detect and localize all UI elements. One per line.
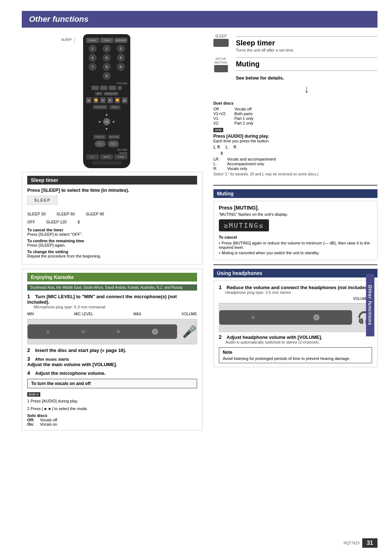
hp-device-illustration: 🎧	[219, 303, 372, 332]
sleep-30: SLEEP 30	[27, 212, 46, 216]
remote-sm-btn-1	[91, 86, 99, 90]
channel-l-row: L: Accompaniment only	[213, 162, 377, 166]
duet-section: Duet discs Off: Vocals off V1+V2: Both p…	[213, 101, 377, 179]
karaoke-substep2: 2 Press [◄ ►] to select the mode.	[27, 406, 197, 411]
remote-arrow-cross: ▲ ◄ OK ► ▼	[96, 111, 118, 133]
duet-v1v2-key: V1+V2:	[213, 112, 232, 116]
remote-menu-btn: MENU	[110, 105, 121, 109]
remote-rew-btn: ⏪	[93, 97, 99, 103]
remote-btn-0: 0	[103, 72, 111, 80]
right-labels: Sleep timer Turns the unit off after a s…	[236, 34, 377, 97]
duet-table: Off: Vocals off V1+V2: Both parts V1: Pa…	[213, 107, 377, 125]
right-column: SLEEP SETUP MUTING Sleep timer Turns the…	[213, 34, 377, 435]
remote-btn-1: 1	[89, 45, 97, 53]
after-music-label: After music starts	[35, 357, 69, 361]
sleep-button-icon	[213, 39, 229, 47]
device-port-3	[117, 330, 120, 333]
change-timer-text: Repeat the procedure from the beginning.	[27, 254, 197, 258]
mic-level-label: MIC LEVEL	[74, 312, 93, 316]
channel-l-val: Accompaniment only	[227, 162, 264, 166]
karaoke-region-bar: Southeast Asia, the Middle East, South A…	[27, 284, 197, 291]
device-port-2	[82, 330, 85, 333]
headphones-block: 1 Reduce the volume and connect the head…	[213, 280, 377, 367]
headphones-section-header: Using headphones	[213, 269, 377, 278]
karaoke-section: Enjoying Karaoke Southeast Asia, the Mid…	[22, 269, 203, 430]
step2-number: 2	[27, 347, 34, 353]
duet-row-v1: V1: Part 1 only	[213, 116, 377, 121]
sleep-remote-label: SLEEP	[61, 38, 72, 41]
page-title: Other functions	[29, 15, 89, 24]
hp-step2-text: Adjust headphone volume with [VOLUME].	[226, 335, 322, 340]
duet-v2-key: V2:	[213, 121, 232, 125]
karaoke-substep1: 1 Press [AUDIO] during play.	[27, 398, 197, 404]
sleep-button-display: SLEEP	[27, 196, 57, 204]
remote-btn-8: 8	[103, 63, 111, 71]
remote-illustration: SLEEP SLEEP TV/BD DVD/VCD 1 2	[22, 34, 203, 168]
dvd-v-badge: DVD-V	[27, 392, 40, 397]
hp-step1: 1 Reduce the volume and connect the head…	[219, 284, 372, 295]
l-note: Select "L" for karaoke. (R and L may be …	[213, 172, 377, 176]
muting-button-icon	[214, 65, 228, 72]
hp-step1-text: Reduce the volume and connect the headph…	[226, 285, 370, 290]
remote-ok-btn: OK	[103, 118, 110, 125]
sleep-90: SLEEP 90	[86, 212, 104, 216]
press-audio-text: Press [AUDIO] during play.	[213, 134, 377, 139]
remote-audio-label: AUDIO	[86, 152, 127, 154]
mic-label-row: MIN MIC LEVEL MAX VOLUME	[27, 312, 197, 316]
karaoke-header: Enjoying Karaoke	[27, 273, 197, 281]
solo-off-label: Off:	[27, 418, 36, 422]
step1-subtext: Microphone plug type: 6.3 mm monaural	[27, 305, 197, 309]
karaoke-step1: 1 Turn [MIC LEVEL] to "MIN" and connect …	[27, 293, 197, 309]
remote-btn-dvd: DVD/VCD	[114, 38, 127, 43]
remote-audio-btn: AUDIO	[114, 154, 127, 159]
side-label: Other functions	[366, 274, 375, 337]
change-timer-block: To change the setting Repeat the procedu…	[27, 250, 197, 258]
duet-off-key: Off:	[213, 107, 232, 111]
note-box-title: Note	[223, 350, 368, 355]
page-container: Other functions SLEEP SLEEP TV/BD DV	[0, 0, 392, 555]
muting-block: Press [MUTING]. "MUTING" flashes on the …	[213, 201, 377, 260]
hp-volume-knob	[314, 315, 319, 320]
remote-btn-3: 3	[117, 45, 125, 53]
change-timer-title: To change the setting	[27, 250, 197, 254]
duet-off-val: Vocals off	[234, 107, 252, 111]
solo-discs-table: Solo discs Off: Vocals off On: Vocals on	[27, 413, 197, 426]
page-number-box: 31	[362, 538, 377, 548]
channel-r-row: R: Vocals only	[213, 166, 377, 171]
sleep-muting-icons: SLEEP SETUP MUTING	[213, 34, 229, 72]
remote-down-btn: ▼	[103, 125, 110, 133]
remote-topmenu-btn: TOP MENU	[93, 105, 107, 109]
step2-text: Insert the disc and start play (« page 1…	[35, 348, 126, 353]
remote-btn-2: 2	[103, 45, 111, 53]
remote-tvvol-minus: TV−	[95, 141, 106, 147]
karaoke-step4: 4 Adjust the microphone volume.	[27, 370, 197, 376]
karaoke-substep2-text: 2 Press [◄ ►] to select the mode.	[27, 406, 88, 411]
hp-device-port	[252, 316, 254, 319]
remote-btn-sleep: SLEEP	[86, 38, 99, 43]
remote-skip-btn: SKP	[95, 92, 102, 96]
sleep-instruction: Press [SLEEP] to select the time (in min…	[27, 187, 197, 193]
vocals-box: To turn the vocals on and off	[27, 379, 197, 388]
step4-number: 4	[27, 370, 34, 376]
remote-prev-btn: ⏮	[86, 97, 91, 103]
duet-title: Duet discs	[213, 101, 377, 105]
hp-step1-number: 1	[219, 284, 225, 290]
sleep-timer-section: Sleep timer Press [SLEEP] to select the …	[22, 172, 203, 264]
mic-device-illustration: 🎤	[27, 319, 197, 344]
page-header: Other functions	[22, 11, 377, 28]
confirm-timer-block: To confirm the remaining time Press [SLE…	[27, 239, 197, 247]
remote-sm-btn-3	[109, 86, 116, 90]
remote-sm-btn-4	[118, 86, 122, 90]
sleep-timer-header: Sleep timer	[27, 176, 197, 185]
remote-up-btn: ▲	[103, 111, 110, 118]
sleep-timer-right-desc: Turns the unit off after a set time.	[236, 48, 377, 52]
cancel-timer-title: To cancel the timer	[27, 228, 197, 232]
remote-btn-5: 5	[103, 54, 111, 62]
hp-volume-label: VOLUME	[219, 297, 372, 301]
hp-step1-subtext: Headphone plug type: 3.5 mm stereo	[219, 290, 372, 295]
sleep-dollar: $	[78, 220, 80, 224]
right-header-area: SLEEP SETUP MUTING Sleep timer Turns the…	[213, 34, 377, 97]
remote-pause-btn: ⏸	[100, 97, 106, 103]
solo-off-row: Off: Vocals off	[27, 418, 197, 422]
remote-display-btn: DISPLAY	[93, 135, 106, 139]
